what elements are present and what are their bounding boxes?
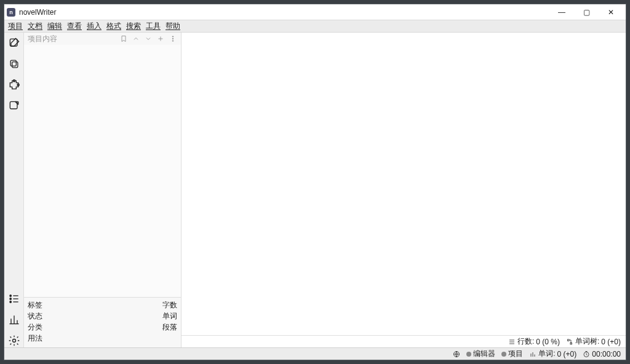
app-icon: n — [7, 8, 15, 17]
editor-label: 编辑器 — [473, 349, 495, 359]
plus-icon[interactable] — [156, 34, 165, 43]
wordtree-label: 单词树: — [575, 336, 599, 347]
window-controls: — ▢ ✕ — [549, 4, 623, 20]
footer-paras-label: 段落 — [162, 322, 177, 333]
list-icon[interactable] — [7, 292, 21, 306]
project-tree[interactable] — [24, 45, 181, 297]
menu-insert[interactable]: 插入 — [87, 21, 102, 31]
svg-point-16 — [12, 339, 15, 342]
svg-point-7 — [9, 298, 10, 300]
close-button[interactable]: ✕ — [599, 4, 623, 20]
words-indicator: 单词: 0 (+0) — [529, 349, 576, 359]
footer-words-label: 单词 — [162, 311, 177, 322]
project-indicator: 项目 — [501, 349, 523, 359]
svg-rect-25 — [567, 339, 569, 341]
menu-tools[interactable]: 工具 — [146, 21, 161, 31]
time-indicator: 00:00:00 — [583, 350, 621, 358]
menu-document[interactable]: 文档 — [28, 21, 42, 31]
menu-format[interactable]: 格式 — [106, 21, 121, 31]
wordtree-status: 单词树: 0 (+0) — [566, 336, 621, 347]
project-label: 项目 — [508, 349, 523, 359]
more-vert-icon[interactable] — [169, 34, 177, 43]
svg-point-8 — [9, 301, 10, 303]
tree-header-title: 项目内容 — [28, 34, 116, 44]
editor-indicator: 编辑器 — [466, 349, 495, 359]
svg-point-20 — [172, 38, 173, 39]
wordtree-value: 0 (+0) — [601, 338, 621, 346]
main-body: 项目内容 标签 状态 分类 用法 字数 单词 段落 — [4, 33, 626, 347]
puzzle-icon[interactable] — [7, 78, 21, 92]
svg-point-21 — [172, 41, 173, 42]
list-small-icon — [508, 338, 516, 346]
gear-icon[interactable] — [7, 334, 21, 347]
svg-rect-2 — [12, 62, 17, 68]
editor-dot-icon — [466, 352, 471, 357]
app-window: n novelWriter — ▢ ✕ 项目 文档 编辑 查看 插入 格式 搜索… — [4, 4, 626, 360]
tree-header: 项目内容 — [24, 33, 181, 45]
footer-col-right: 字数 单词 段落 — [162, 300, 177, 344]
app-title: novelWriter — [19, 8, 56, 17]
titlebar: n novelWriter — ▢ ✕ — [4, 4, 626, 20]
chevron-down-icon[interactable] — [144, 34, 153, 43]
bottom-statusbar: 编辑器 项目 单词: 0 (+0) 00:00:00 — [4, 347, 626, 360]
menu-help[interactable]: 帮助 — [165, 21, 180, 31]
svg-point-19 — [172, 36, 173, 38]
language-indicator[interactable] — [453, 350, 460, 358]
menu-view[interactable]: 查看 — [67, 21, 82, 31]
time-value: 00:00:00 — [592, 350, 621, 358]
words-value: 0 (+0) — [557, 350, 577, 358]
edit-icon[interactable] — [7, 36, 21, 50]
stats-icon[interactable] — [7, 313, 21, 326]
lines-status: 行数: 0 (0 %) — [508, 336, 560, 347]
menubar: 项目 文档 编辑 查看 插入 格式 搜索 工具 帮助 — [4, 20, 626, 33]
footer-col-left: 标签 状态 分类 用法 — [28, 300, 42, 344]
minimize-button[interactable]: — — [549, 4, 574, 20]
menu-edit[interactable]: 编辑 — [47, 21, 62, 31]
copy-icon[interactable] — [7, 57, 21, 71]
footer-tag-label: 标签 — [28, 300, 42, 311]
editor-statusbar: 行数: 0 (0 %) 单词树: 0 (+0) — [181, 335, 626, 347]
footer-chars-label: 字数 — [162, 300, 177, 311]
tree-footer: 标签 状态 分类 用法 字数 单词 段落 — [24, 297, 181, 347]
words-label: 单词: — [538, 349, 555, 359]
export-icon[interactable] — [7, 99, 21, 113]
lines-value: 0 (0 %) — [536, 338, 560, 346]
svg-rect-1 — [10, 60, 16, 66]
bookmark-icon[interactable] — [119, 34, 128, 43]
menu-search[interactable]: 搜索 — [126, 21, 141, 31]
left-toolbar — [4, 33, 24, 347]
globe-icon — [453, 350, 460, 358]
footer-usage-label: 用法 — [28, 333, 42, 344]
svg-point-6 — [9, 295, 10, 297]
maximize-button[interactable]: ▢ — [574, 4, 599, 20]
editor-area[interactable]: 行数: 0 (0 %) 单词树: 0 (+0) — [181, 33, 626, 347]
bar-small-icon — [529, 350, 536, 358]
project-dot-icon — [501, 352, 506, 357]
footer-category-label: 分类 — [28, 322, 42, 333]
chevron-up-icon[interactable] — [132, 34, 140, 43]
menu-project[interactable]: 项目 — [8, 21, 23, 31]
clock-icon — [583, 350, 590, 358]
tree-small-icon — [566, 338, 573, 346]
lines-label: 行数: — [517, 336, 534, 347]
footer-status-label: 状态 — [28, 311, 42, 322]
project-tree-panel: 项目内容 标签 状态 分类 用法 字数 单词 段落 — [24, 33, 181, 347]
